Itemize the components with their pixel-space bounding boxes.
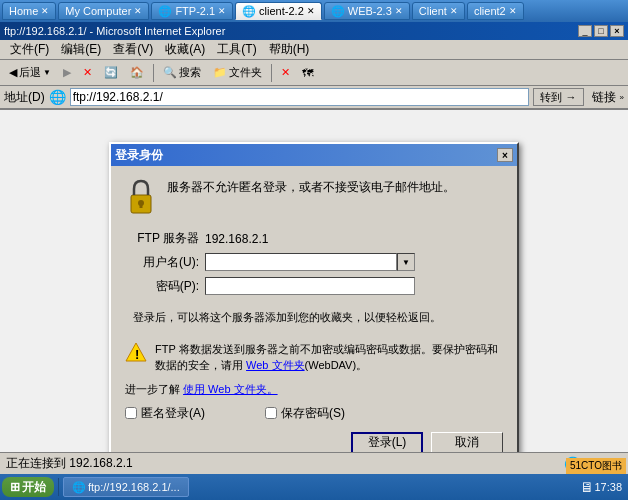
cancel-button-label: 取消 — [455, 434, 479, 451]
tab-home[interactable]: Home ✕ — [2, 2, 56, 20]
tab-client22-close[interactable]: ✕ — [307, 6, 315, 16]
password-label: 密码(P): — [125, 278, 205, 295]
window-title: ftp://192.168.2.1/ - Microsoft Internet … — [4, 25, 225, 37]
home-icon: 🏠 — [130, 66, 144, 79]
watermark: 51CTO图书 — [566, 458, 626, 474]
username-input[interactable] — [205, 253, 397, 271]
map-icon: 🗺 — [302, 67, 313, 79]
network-tray-icon: 🖥 — [580, 479, 594, 495]
toolbar: ◀ 后退 ▼ ▶ ✕ 🔄 🏠 🔍 搜索 📁 文件夹 ✕ 🗺 — [0, 60, 628, 86]
anonymous-checkbox[interactable] — [125, 407, 137, 419]
taskbar-ie-button[interactable]: 🌐 ftp://192.168.2.1/... — [63, 477, 189, 497]
tab-ftp21-label: FTP-2.1 — [175, 5, 215, 17]
close-btn[interactable]: × — [610, 25, 624, 37]
start-button[interactable]: ⊞ 开始 — [2, 477, 54, 497]
links-expand-icon[interactable]: » — [620, 93, 624, 102]
tab-client22[interactable]: 🌐 client-2.2 ✕ — [235, 2, 322, 20]
learn-more-link[interactable]: 使用 Web 文件夹。 — [183, 383, 278, 395]
tab-web23-close[interactable]: ✕ — [395, 6, 403, 16]
go-button[interactable]: 转到 → — [533, 88, 583, 106]
tab-client[interactable]: Client ✕ — [412, 2, 465, 20]
address-label: 地址(D) — [4, 89, 45, 106]
tab-ftp21-close[interactable]: ✕ — [218, 6, 226, 16]
tab-client22-label: client-2.2 — [259, 5, 304, 17]
forward-button[interactable]: ▶ — [58, 62, 76, 84]
warning-row: ! FTP 将数据发送到服务器之前不加密或编码密码或数据。要保护密码和数据的安全… — [125, 341, 503, 374]
save-password-checkbox-label[interactable]: 保存密码(S) — [265, 405, 345, 422]
dialog-close-button[interactable]: × — [497, 148, 513, 162]
search-label: 搜索 — [179, 65, 201, 80]
taskbar-right: 🖥 17:38 — [580, 479, 626, 495]
stop-button[interactable]: ✕ — [78, 62, 97, 84]
tab-mycomputer[interactable]: My Computer ✕ — [58, 2, 149, 20]
minimize-btn[interactable]: _ — [578, 25, 592, 37]
back-button[interactable]: ◀ 后退 ▼ — [4, 62, 56, 84]
login-button[interactable]: 登录(L) — [351, 432, 423, 454]
tab-web23-label: WEB-2.3 — [348, 5, 392, 17]
folders-label: 文件夹 — [229, 65, 262, 80]
dialog-body: 服务器不允许匿名登录，或者不接受该电子邮件地址。 FTP 服务器 192.168… — [111, 166, 517, 466]
tab-web23[interactable]: 🌐 WEB-2.3 ✕ — [324, 2, 410, 20]
checkbox-row: 匿名登录(A) 保存密码(S) — [125, 405, 503, 422]
browser-tabs: Home ✕ My Computer ✕ 🌐 FTP-2.1 ✕ 🌐 clien… — [0, 0, 628, 22]
back-dropdown-icon: ▼ — [43, 68, 51, 77]
anonymous-checkbox-label[interactable]: 匿名登录(A) — [125, 405, 205, 422]
save-password-checkbox[interactable] — [265, 407, 277, 419]
tab-ftp21[interactable]: 🌐 FTP-2.1 ✕ — [151, 2, 233, 20]
taskbar-ie-icon: 🌐 — [72, 481, 86, 494]
start-label: 开始 — [22, 479, 46, 496]
windows-logo: ⊞ — [10, 480, 20, 494]
map-button[interactable]: 🗺 — [297, 62, 318, 84]
tray-area: 🖥 — [580, 479, 594, 495]
tab-client2[interactable]: client2 ✕ — [467, 2, 524, 20]
username-input-container: ▼ — [205, 253, 415, 271]
refresh-button[interactable]: 🔄 — [99, 62, 123, 84]
forward-icon: ▶ — [63, 66, 71, 79]
toolbar-separator-2 — [271, 64, 272, 82]
menubar: 文件(F) 编辑(E) 查看(V) 收藏(A) 工具(T) 帮助(H) — [0, 40, 628, 60]
username-dropdown-btn[interactable]: ▼ — [397, 253, 415, 271]
links-label: 链接 — [592, 89, 616, 106]
menu-file[interactable]: 文件(F) — [4, 39, 55, 60]
folders-button[interactable]: 📁 文件夹 — [208, 62, 267, 84]
go-label: 转到 — [540, 91, 562, 103]
addressbar: 地址(D) 🌐 转到 → 链接 » — [0, 86, 628, 110]
username-row: 用户名(U): ▼ — [125, 253, 503, 271]
refresh-icon: 🔄 — [104, 66, 118, 79]
ftp-server-row: FTP 服务器 192.168.2.1 — [125, 230, 503, 247]
dialog-overlay: 登录身份 × — [0, 110, 628, 500]
tab-mycomputer-label: My Computer — [65, 5, 131, 17]
tab-client2-close[interactable]: ✕ — [509, 6, 517, 16]
webdav-link[interactable]: Web 文件夹 — [246, 359, 304, 371]
go-icon: → — [566, 91, 577, 103]
menu-help[interactable]: 帮助(H) — [263, 39, 316, 60]
menu-favorites[interactable]: 收藏(A) — [159, 39, 211, 60]
cancel-button[interactable]: 取消 — [431, 432, 503, 454]
warning-text: FTP 将数据发送到服务器之前不加密或编码密码或数据。要保护密码和数据的安全，请… — [155, 341, 503, 374]
search-icon: 🔍 — [163, 66, 177, 79]
maximize-btn[interactable]: □ — [594, 25, 608, 37]
search-button[interactable]: 🔍 搜索 — [158, 62, 206, 84]
learn-more-text: 进一步了解 — [125, 383, 180, 395]
ftp-server-label: FTP 服务器 — [125, 230, 205, 247]
tab-ftp21-icon: 🌐 — [158, 5, 172, 18]
home-button[interactable]: 🏠 — [125, 62, 149, 84]
menu-view[interactable]: 查看(V) — [107, 39, 159, 60]
menu-tools[interactable]: 工具(T) — [211, 39, 262, 60]
dialog-close-icon: × — [502, 150, 508, 161]
login-dialog: 登录身份 × — [109, 142, 519, 468]
toolbar-separator-1 — [153, 64, 154, 82]
delete-button[interactable]: ✕ — [276, 62, 295, 84]
address-input[interactable] — [70, 88, 530, 106]
lock-icon — [125, 178, 157, 218]
clock: 17:38 — [594, 481, 622, 493]
tab-mycomputer-close[interactable]: ✕ — [134, 6, 142, 16]
tab-client-close[interactable]: ✕ — [450, 6, 458, 16]
password-input[interactable] — [205, 277, 415, 295]
tab-home-close[interactable]: ✕ — [41, 6, 49, 16]
menu-edit[interactable]: 编辑(E) — [55, 39, 107, 60]
tab-client2-label: client2 — [474, 5, 506, 17]
username-label: 用户名(U): — [125, 254, 205, 271]
folders-icon: 📁 — [213, 66, 227, 79]
stop-icon: ✕ — [83, 66, 92, 79]
